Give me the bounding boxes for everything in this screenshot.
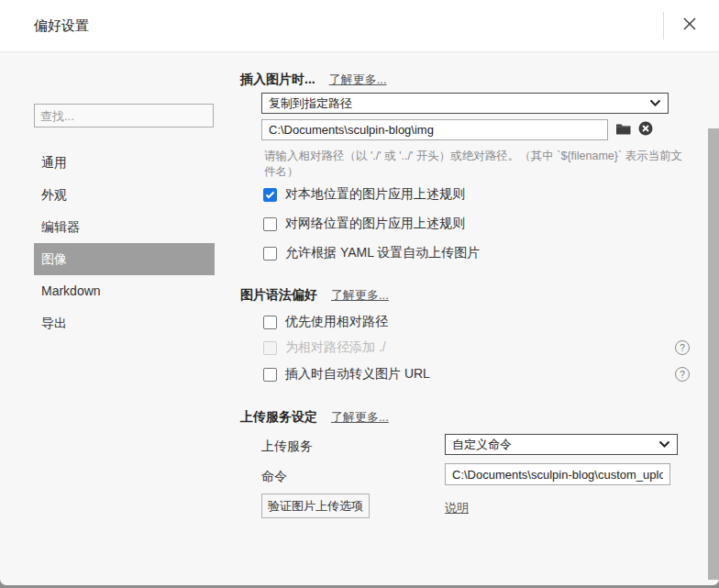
instructions-link[interactable]: 说明 xyxy=(445,500,469,516)
checkbox-yaml-upload[interactable] xyxy=(263,247,277,261)
checkbox-row-add-dot-slash: 为相对路径添加 ./ xyxy=(263,338,386,357)
command-input[interactable] xyxy=(445,463,670,485)
checkbox-row-yaml-upload: 允许根据 YAML 设置自动上传图片 xyxy=(263,244,480,262)
section-heading-row: 上传服务设定 了解更多... xyxy=(240,409,389,426)
check-icon xyxy=(265,186,275,203)
image-action-select-value: 复制到指定路径 xyxy=(269,95,352,112)
checkbox-label: 对本地位置的图片应用上述规则 xyxy=(285,186,465,203)
checkbox-label: 允许根据 YAML 设置自动上传图片 xyxy=(285,245,480,261)
question-mark-icon[interactable]: ? xyxy=(675,367,690,382)
checkbox-add-dot-slash xyxy=(263,341,277,355)
sidebar-item-image[interactable]: 图像 xyxy=(34,243,215,275)
upload-service-select[interactable]: 自定义命令 xyxy=(445,434,678,455)
close-icon xyxy=(682,17,697,35)
checkbox-row-local-images: 对本地位置的图片应用上述规则 xyxy=(263,185,465,204)
section-heading-row: 插入图片时... 了解更多... xyxy=(240,72,387,88)
dialog-header: 偏好设置 xyxy=(0,0,719,52)
chevron-down-icon xyxy=(649,96,661,110)
preferences-dialog: 偏好设置 通用 外观 编辑器 图像 Markdown 导出 插入图片时... 了… xyxy=(0,0,719,585)
checkbox-row-relative-path: 优先使用相对路径 xyxy=(263,313,388,331)
sidebar-item-appearance[interactable]: 外观 xyxy=(34,179,215,211)
sidebar-item-export[interactable]: 导出 xyxy=(34,307,215,339)
clear-path-button[interactable] xyxy=(637,122,653,138)
upload-service-select-value: 自定义命令 xyxy=(452,437,512,453)
close-button[interactable] xyxy=(677,13,702,39)
sidebar-item-markdown[interactable]: Markdown xyxy=(34,275,215,307)
validate-upload-button[interactable]: 验证图片上传选项 xyxy=(261,494,370,518)
image-action-select[interactable]: 复制到指定路径 xyxy=(261,93,669,114)
checkbox-network-images[interactable] xyxy=(263,217,277,231)
checkbox-label: 优先使用相对路径 xyxy=(285,314,388,330)
checkbox-prefer-relative-path[interactable] xyxy=(263,316,277,329)
dialog-title: 偏好设置 xyxy=(34,17,89,35)
learn-more-link[interactable]: 了解更多... xyxy=(331,287,389,304)
section-title-image-syntax: 图片语法偏好 xyxy=(240,287,317,304)
upload-service-label: 上传服务 xyxy=(261,438,313,455)
browse-folder-button[interactable] xyxy=(615,123,632,138)
question-mark-icon[interactable]: ? xyxy=(675,340,690,355)
checkbox-label: 为相对路径添加 ./ xyxy=(285,339,386,356)
folder-icon xyxy=(615,122,632,139)
scrollbar-thumb[interactable] xyxy=(708,128,719,580)
header-divider xyxy=(663,12,664,39)
checkbox-label: 插入时自动转义图片 URL xyxy=(285,366,430,383)
checkbox-row-network-images: 对网络位置的图片应用上述规则 xyxy=(263,215,465,233)
sidebar-item-general[interactable]: 通用 xyxy=(34,147,215,179)
section-title-insert-image: 插入图片时... xyxy=(240,72,315,88)
checkbox-label: 对网络位置的图片应用上述规则 xyxy=(285,216,465,232)
circle-x-icon xyxy=(638,121,653,139)
command-label: 命令 xyxy=(261,469,287,485)
checkbox-local-images[interactable] xyxy=(263,188,277,202)
checkbox-row-escape-url: 插入时自动转义图片 URL xyxy=(263,365,430,383)
learn-more-link[interactable]: 了解更多... xyxy=(331,409,389,426)
checkbox-escape-image-url[interactable] xyxy=(263,368,277,382)
image-path-input[interactable] xyxy=(261,119,608,140)
sidebar-nav: 通用 外观 编辑器 图像 Markdown 导出 xyxy=(34,147,215,339)
path-hint-text: 请输入相对路径（以 './' 或 '../' 开头）或绝对路径。（其中 `${f… xyxy=(264,149,684,180)
sidebar-item-editor[interactable]: 编辑器 xyxy=(34,211,215,243)
learn-more-link[interactable]: 了解更多... xyxy=(329,72,387,88)
section-heading-row: 图片语法偏好 了解更多... xyxy=(240,287,389,304)
chevron-down-icon xyxy=(658,438,670,451)
search-input[interactable] xyxy=(34,104,214,128)
section-title-upload-service: 上传服务设定 xyxy=(240,409,317,426)
